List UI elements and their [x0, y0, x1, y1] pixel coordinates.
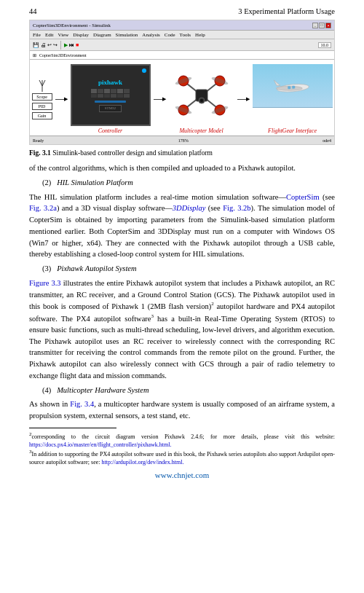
simulink-titlebar: CopterSim3DEnvironment - Simulink _ □ ✕: [30, 20, 334, 31]
flightgear-label: FlightGear Interface: [268, 127, 317, 134]
svg-rect-26: [292, 86, 295, 89]
menu-file[interactable]: File: [33, 32, 41, 38]
item4-num: (4): [42, 386, 51, 394]
tb-icon-stop[interactable]: ■: [76, 42, 79, 48]
sim-block-1: Scope: [32, 93, 52, 101]
menu-tools[interactable]: Tools: [180, 32, 191, 38]
menu-display[interactable]: Display: [73, 32, 89, 38]
p-g5: [117, 89, 123, 93]
p-g1: [91, 89, 97, 93]
p-g9: [104, 94, 110, 98]
page: 44 3 Experimental Platform Usage CopterS…: [0, 0, 364, 593]
tb-time-display: 10.0: [318, 42, 332, 48]
simulink-addressbar: ⊞ CopterSim3DEnvironment: [30, 51, 334, 60]
intro-paragraph: of the control algorithms, which is then…: [29, 162, 335, 174]
left-blocks: Scope PID Gain: [32, 79, 52, 119]
fig32a-ref: Fig. 3.2a: [29, 204, 57, 212]
menu-edit[interactable]: Edit: [45, 32, 54, 38]
footnote-divider: [29, 428, 116, 428]
flightgear-group: FlightGear: [253, 64, 333, 134]
menu-analysis[interactable]: Analysis: [142, 32, 160, 38]
page-header: 44 3 Experimental Platform Usage: [29, 7, 335, 15]
small-block-group: Scope PID Gain: [32, 93, 52, 119]
item4-paragraph: (4) Multicopter Hardware System: [42, 385, 335, 396]
arrow-right-3: ▶: [246, 96, 250, 102]
pixhawk-bar: [95, 101, 125, 103]
coptersim-ref: CopterSim: [286, 193, 320, 201]
figure-caption: Fig. 3.1 Simulink-based controller desig…: [29, 149, 335, 157]
menu-code[interactable]: Code: [165, 32, 175, 38]
menu-simulation[interactable]: Simulation: [116, 32, 138, 38]
item3-heading: Pixhawk Autopilot System: [57, 264, 136, 272]
pixhawk-block: pixhawk: [71, 64, 151, 126]
item3-paragraph: (3) Pixhawk Autopilot System: [42, 263, 335, 275]
p-g11: [117, 94, 123, 98]
p-g8: [98, 94, 103, 98]
status-ready: Ready: [33, 138, 44, 143]
fig-caption-label: Fig. 3.1: [29, 149, 51, 157]
menu-help[interactable]: Help: [195, 32, 205, 38]
pixhawk-logo-text: pixhawk: [98, 79, 122, 86]
p-g7: [91, 94, 97, 98]
maximize-btn[interactable]: □: [319, 23, 325, 28]
fn2-link[interactable]: https://docs.px4.io/master/en/flight_con…: [29, 441, 172, 448]
item2-body: The HIL simulation platform includes a r…: [29, 192, 335, 261]
item2-heading: HIL Simulation Platform: [57, 178, 133, 186]
footnotes: 2corresponding to the circuit diagram ve…: [29, 431, 335, 466]
item2-num: (2): [42, 178, 51, 186]
right-arrow: ▶: [237, 96, 250, 102]
menu-view[interactable]: View: [58, 32, 69, 38]
sim-block-2: PID: [32, 103, 52, 110]
tb-icon-step[interactable]: ⏭: [69, 42, 74, 48]
fn3-link[interactable]: http://ardupilot.org/dev/index.html.: [102, 459, 184, 466]
tb-icon-run[interactable]: ▶: [64, 42, 68, 48]
sim-block-3: Gain: [32, 112, 52, 119]
status-zoom: 178%: [178, 138, 189, 143]
simulink-title: CopterSim3DEnvironment - Simulink: [33, 23, 312, 28]
svg-line-1: [39, 80, 42, 86]
conn-line-2: [154, 99, 162, 100]
conn-line-1: [55, 99, 64, 100]
item4-space: [53, 386, 55, 394]
item4-heading: Multicopter Hardware System: [57, 386, 149, 394]
watermark-text: www.chnjet.com: [155, 471, 209, 479]
footnote3: 3In addition to supporting the PX4 autop…: [29, 449, 335, 466]
tb-icon-3: ↩: [47, 42, 52, 48]
multicopter-label: Multicopter Model: [179, 127, 223, 134]
chapter-title: 3 Experimental Platform Usage: [238, 7, 335, 15]
sup2: 2: [211, 301, 214, 307]
fig-caption-text: Simulink-based controller design and sim…: [52, 149, 213, 157]
fig34-ref: Fig. 3.4: [70, 400, 94, 408]
simulink-statusbar: Ready 178% ode4: [30, 136, 334, 144]
conn-line-3: [237, 99, 246, 100]
arrow-right-2: ▶: [162, 96, 166, 102]
close-btn[interactable]: ✕: [325, 23, 331, 28]
flightgear-block: FlightGear: [253, 64, 333, 126]
pixhawk-chip: STM32: [99, 105, 122, 112]
item3-num: (3): [42, 264, 51, 272]
item2-space: [53, 178, 55, 186]
chip-text: STM32: [105, 106, 116, 110]
address-text: CopterSim3DEnvironment: [39, 53, 87, 58]
minimize-btn[interactable]: _: [312, 23, 318, 28]
multicopter-block: [169, 64, 234, 126]
antenna-symbol: [38, 79, 47, 92]
fig33-ref: Figure 3.3: [29, 279, 61, 287]
pixhawk-led: [142, 68, 146, 73]
p-g4: [111, 89, 116, 93]
toolbar-divider: [60, 41, 61, 50]
pixhawk-grid: [91, 89, 130, 98]
menu-diagram[interactable]: Diagram: [93, 32, 111, 38]
body-text: of the control algorithms, which is then…: [29, 162, 335, 422]
drone-svg: [173, 70, 231, 121]
sup3: 3: [151, 313, 154, 319]
simulink-diagram: Scope PID Gain ▶ pixhawk: [30, 60, 334, 136]
window-controls: _ □ ✕: [312, 23, 331, 28]
tb-icon-1: 💾: [33, 42, 39, 48]
p-g12: [124, 94, 130, 98]
antenna-svg: [38, 79, 47, 92]
simulink-menubar: File Edit View Display Diagram Simulatio…: [30, 31, 334, 39]
item3-body: Figure 3.3 illustrates the entire Pixhaw…: [29, 278, 335, 382]
controller-group: pixhawk: [71, 64, 151, 134]
arrow-right-1: ▶: [64, 96, 68, 102]
